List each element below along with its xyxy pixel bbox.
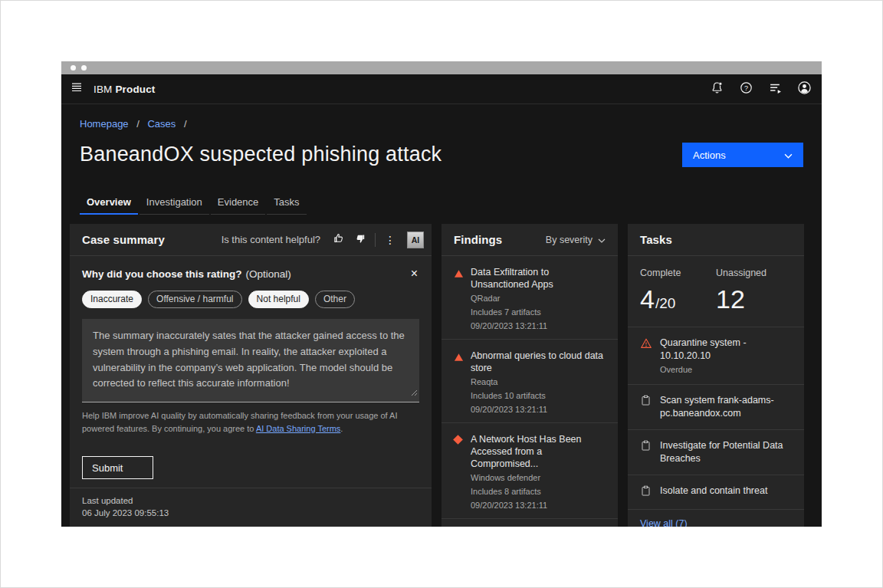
tag-inaccurate[interactable]: Inaccurate (82, 291, 142, 308)
overflow-menu-button[interactable]: ⋮ (379, 229, 401, 251)
task-body: Investigate for Potential Data Breaches (660, 439, 796, 465)
kebab-icon: ⋮ (385, 235, 396, 245)
page-title: BaneandOX suspected phishing attack (80, 141, 442, 167)
window-control-dot (71, 65, 76, 71)
finding-title: A Network Host Has Been Accessed from a … (471, 433, 610, 470)
finding-timestamp: 09/20/2023 13:21:11 (471, 404, 610, 416)
task-row[interactable]: Investigate for Potential Data Breaches (628, 429, 804, 475)
finding-body: Abnormal queries to cloud data store Rea… (471, 350, 610, 416)
finding-body: A Network Host Has Been Accessed from a … (471, 433, 610, 511)
ai-data-sharing-terms-link[interactable]: AI Data Sharing Terms (256, 424, 340, 433)
tag-offensive-harmful[interactable]: Offensive / harmful (148, 291, 242, 308)
task-row[interactable]: Isolate and contain threat (628, 475, 804, 509)
header-actions: ? (702, 74, 822, 104)
thumbs-down-icon-filled (354, 232, 366, 248)
feedback-question: Why did you choose this rating? (82, 268, 242, 280)
finding-source: QRadar (471, 293, 610, 304)
thumbs-down-button[interactable] (350, 229, 371, 251)
tasks-header: Tasks (628, 224, 804, 256)
brand-prefix: IBM (94, 84, 112, 95)
warning-triangle-icon (640, 337, 660, 375)
breadcrumb-separator: / (136, 118, 140, 130)
case-summary-footer: Last updated 06 July 2023 09:55:13 (70, 488, 432, 527)
view-all-link[interactable]: View all (7) (628, 509, 804, 527)
stat-unassigned-count: 12 (716, 284, 745, 314)
chevron-down-icon (598, 235, 606, 245)
finding-row[interactable]: A Network Host Has Been Accessed from a … (442, 422, 618, 518)
tag-not-helpful[interactable]: Not helpful (248, 291, 309, 308)
severity-major-triangle-icon (454, 350, 471, 416)
user-avatar-button[interactable] (789, 74, 819, 104)
feedback-question-row: Why did you choose this rating? (Optiona… (82, 268, 419, 280)
disclaimer-text: Help IBM improve AI quality by automatic… (82, 411, 397, 433)
tab-investigation[interactable]: Investigation (140, 192, 209, 215)
finding-row[interactable]: Remote PowerShell Session Host Process (… (442, 518, 618, 527)
stat-complete-count: 4 (640, 284, 655, 314)
task-row[interactable]: Scan system frank-adams-pc.baneandox.com (628, 384, 804, 429)
notifications-button[interactable] (702, 74, 731, 104)
severity-major-triangle-icon (454, 266, 471, 332)
task-title: Isolate and contain threat (660, 485, 796, 498)
activity-filter-button[interactable] (760, 74, 789, 104)
window-control-dot (81, 65, 87, 71)
tab-overview[interactable]: Overview (80, 192, 138, 215)
feedback-textarea-wrap: The summary inaccurately sates that the … (82, 319, 419, 402)
cards-row: Case summary Is this content helpful? (70, 224, 804, 527)
app-header: IBMProduct ? (61, 74, 822, 104)
user-avatar-icon (797, 80, 812, 98)
chevron-down-icon (784, 149, 793, 161)
finding-timestamp: 09/20/2023 13:21:11 (471, 500, 610, 511)
breadcrumb-link-homepage[interactable]: Homepage (80, 118, 129, 130)
thumbs-up-icon (333, 232, 345, 248)
tag-other[interactable]: Other (315, 291, 355, 308)
stat-label: Unassigned (716, 268, 792, 278)
task-title: Scan system frank-adams-pc.baneandox.com (660, 394, 796, 420)
clipboard-icon (640, 439, 660, 465)
tasks-stats: Complete 4/20 Unassigned 12 (628, 256, 804, 327)
thumbs-up-button[interactable] (328, 229, 350, 251)
actions-button[interactable]: Actions (682, 143, 803, 167)
help-button[interactable]: ? (731, 74, 760, 104)
task-title: Quarantine system - 10.10.20.10 (660, 337, 796, 363)
findings-title: Findings (454, 233, 502, 246)
close-icon[interactable]: × (409, 268, 419, 279)
task-body: Scan system frank-adams-pc.baneandox.com (660, 394, 796, 420)
severity-critical-diamond-icon (454, 433, 471, 511)
ai-disclaimer: Help IBM improve AI quality by automatic… (82, 409, 419, 435)
finding-artifacts: Includes 10 artifacts (471, 390, 610, 402)
help-icon: ? (740, 81, 753, 97)
findings-sort-dropdown[interactable]: By severity (546, 235, 610, 245)
finding-row[interactable]: Abnormal queries to cloud data store Rea… (442, 339, 618, 422)
findings-header: Findings By severity (442, 224, 618, 256)
svg-text:?: ? (743, 84, 747, 91)
finding-body: Data Exfiltration to Unsanctioned Apps Q… (471, 266, 610, 332)
brand-name: Product (115, 84, 155, 95)
feedback-controls: Is this content helpful? (222, 229, 424, 251)
finding-artifacts: Includes 8 artifacts (471, 486, 610, 498)
finding-source: Windows defender (471, 472, 610, 484)
bell-icon (711, 81, 724, 97)
stat-value: 12 (716, 284, 792, 314)
submit-button[interactable]: Submit (82, 456, 153, 479)
stat-value: 4/20 (640, 284, 716, 314)
finding-artifacts: Includes 7 artifacts (471, 307, 610, 318)
last-updated-value: 06 July 2023 09:55:13 (82, 507, 419, 519)
finding-title: Data Exfiltration to Unsanctioned Apps (471, 266, 610, 291)
divider (375, 233, 376, 247)
tab-tasks[interactable]: Tasks (267, 192, 306, 215)
feedback-tags: Inaccurate Offensive / harmful Not helpf… (82, 291, 419, 308)
ai-label-badge[interactable]: AI (407, 232, 424, 248)
finding-timestamp: 09/20/2023 13:21:11 (471, 320, 610, 332)
tasks-title: Tasks (640, 233, 672, 246)
tab-evidence[interactable]: Evidence (211, 192, 265, 215)
findings-card: Findings By severity Data Exfiltration t… (442, 224, 618, 527)
feedback-comment-input[interactable]: The summary inaccurately sates that the … (82, 319, 419, 402)
finding-row[interactable]: Data Exfiltration to Unsanctioned Apps Q… (442, 256, 618, 339)
activity-filter-icon (769, 81, 782, 97)
task-row[interactable]: Quarantine system - 10.10.20.10 Overdue (628, 327, 804, 384)
breadcrumb-link-cases[interactable]: Cases (147, 118, 176, 130)
stat-unassigned: Unassigned 12 (716, 268, 792, 314)
case-summary-card: Case summary Is this content helpful? (70, 224, 432, 527)
task-status: Overdue (660, 364, 796, 375)
menu-button[interactable] (61, 74, 92, 104)
